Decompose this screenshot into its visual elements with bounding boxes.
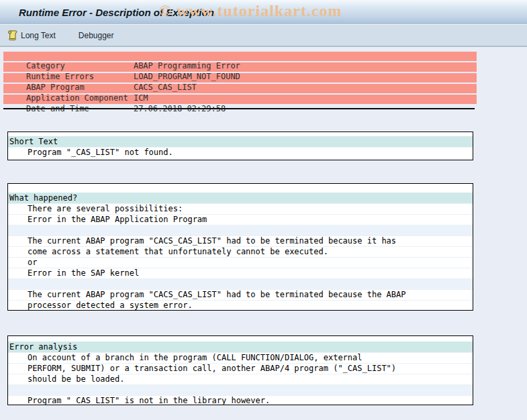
section-line: The current ABAP program "CACS_CAS_LIST"… [8, 235, 473, 246]
error-row-label: Runtime Errors [23, 72, 134, 81]
runtime-error-window: { "window": { "title": "Runtime Error - … [0, 0, 527, 420]
error-summary: CategoryABAP Programming Error Runtime E… [3, 52, 477, 105]
section-line: Program "_CAS_LIST" not found. [8, 147, 473, 158]
section-line: There are several possibilities: [8, 203, 473, 214]
section-line: Program "_CAS_LIST" is not in the librar… [8, 395, 473, 406]
section-line-blank [8, 384, 473, 395]
section-line-blank [8, 225, 473, 235]
section-line: Error in the ABAP Application Program [8, 214, 473, 225]
section-line-blank [8, 278, 473, 289]
section-line: On account of a branch in the program (C… [8, 352, 473, 363]
error-row-value: ABAP Programming Error [134, 61, 240, 70]
section-what-happened: What happened? There are several possibi… [7, 183, 473, 311]
scroll-icon [7, 30, 18, 41]
application-toolbar: Long Text Debugger [0, 24, 527, 47]
section-line: Error in the SAP kernel [8, 268, 473, 278]
long-text-label: Long Text [21, 31, 56, 40]
error-row-label: Application Component [23, 93, 134, 103]
debugger-button[interactable]: Debugger [73, 28, 119, 44]
section-line: or [8, 257, 473, 268]
section-line: PERFORM, SUBMIT) or a transaction call, … [8, 363, 473, 374]
error-row-category: CategoryABAP Programming Error [3, 52, 477, 61]
long-text-button[interactable]: Long Text [1, 28, 61, 44]
error-row-label: ABAP Program [23, 83, 134, 92]
section-line: should be be loaded. [8, 374, 473, 384]
section-line: come across a statement that unfortunate… [8, 246, 473, 257]
section-short-text: Short Text Program "_CAS_LIST" not found… [7, 132, 473, 160]
section-line: processor detected a system error. [8, 300, 473, 311]
error-row-value: ICM [134, 93, 148, 103]
error-row-value: LOAD_PROGRAM_NOT_FOUND [134, 72, 240, 81]
section-line: The current ABAP program "CACS_CAS_LIST"… [8, 289, 473, 300]
section-error-analysis: Error analysis On account of a branch in… [7, 335, 473, 405]
section-header: What happened? [8, 193, 473, 203]
section-header: Error analysis [8, 342, 473, 352]
section-header: Short Text [8, 136, 473, 147]
error-row-value: CACS_CAS_LIST [134, 83, 197, 92]
debugger-label: Debugger [79, 31, 114, 40]
separator-line [3, 108, 475, 109]
watermark: © www.tutorialkart.com [159, 2, 342, 20]
error-row-label: Category [23, 61, 134, 70]
